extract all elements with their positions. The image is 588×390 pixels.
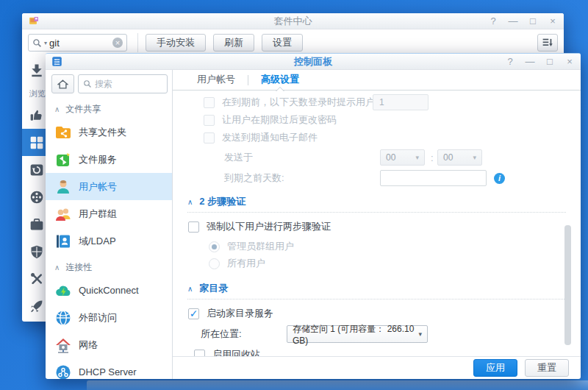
sidebar-item-label: 用户帐号 (79, 180, 117, 194)
minimize-icon[interactable]: — (525, 54, 535, 70)
chevron-down-icon: ▾ (418, 330, 422, 338)
sidebar-item-user-group[interactable]: 用户群组 (46, 200, 172, 227)
user-icon (54, 178, 72, 196)
section-title: 2 步骤验证 (199, 195, 245, 208)
globe-icon (54, 309, 72, 327)
location-value: 存储空间 1 (可用容量： 266.10 GB) (293, 323, 418, 346)
search-input[interactable] (49, 38, 110, 49)
briefcase-icon (29, 217, 44, 232)
all-users-radio[interactable] (209, 258, 220, 269)
package-center-app-icon (28, 15, 40, 27)
maximize-icon[interactable]: □ (528, 13, 538, 29)
sidebar-item-domain-ldap[interactable]: 域/LDAP (46, 227, 172, 255)
help-icon[interactable]: ? (505, 54, 515, 70)
sidebar-item-user-account[interactable]: 用户帐号 (46, 173, 172, 200)
section-connectivity[interactable]: ∧ 连接性 (46, 258, 172, 277)
settings-button[interactable]: 设置 (262, 34, 303, 52)
all-users-label: 所有用户 (227, 257, 265, 270)
sidebar-item-quickconnect[interactable]: QuickConnect (46, 277, 172, 304)
allow-change-label: 让用户在期限过后更改密码 (222, 113, 337, 127)
window-title: 套件中心 (22, 15, 564, 28)
enable-home-service-checkbox[interactable]: ✓ (188, 308, 199, 319)
dhcp-server-icon (54, 364, 72, 380)
download-icon (29, 63, 44, 77)
search-input[interactable] (95, 79, 146, 89)
control-panel-app-icon (51, 56, 62, 67)
section-label: 连接性 (65, 261, 92, 274)
sidebar-item-network[interactable]: 网络 (46, 331, 172, 358)
prompt-expire-days-input[interactable] (373, 94, 429, 110)
scrollbar-thumb[interactable] (564, 225, 571, 345)
collapse-icon: ∧ (54, 263, 60, 272)
section-two-step-verification[interactable]: ∧ 2 步骤验证 (173, 195, 581, 208)
backup-icon (29, 163, 44, 177)
days-before-label: 到期之前天数: (224, 171, 284, 185)
quickconnect-cloud-icon (54, 282, 72, 299)
prompt-expire-checkbox[interactable] (204, 97, 215, 108)
admin-group-label: 管理员群组用户 (227, 240, 294, 253)
search-icon (32, 38, 42, 48)
sidebar-item-label: DHCP Server (79, 366, 137, 377)
section-title: 家目录 (199, 282, 228, 295)
sidebar-item-label: 用户群组 (79, 208, 117, 221)
reset-button[interactable]: 重置 (525, 359, 569, 377)
clear-search-icon[interactable]: × (112, 38, 123, 48)
apply-button[interactable]: 应用 (473, 359, 517, 377)
control-panel-titlebar[interactable]: 控制面板 ? — □ × (46, 54, 581, 70)
sidebar-item-external-access[interactable]: 外部访问 (46, 304, 172, 331)
collapse-icon: ∧ (187, 285, 193, 293)
sidebar-item-label: QuickConnect (79, 285, 139, 296)
refresh-button[interactable]: 刷新 (213, 34, 254, 52)
enable-recycle-bin-label: 启用回收站 (212, 348, 260, 356)
package-center-titlebar[interactable]: 套件中心 ? — □ × (22, 13, 564, 29)
help-icon[interactable]: ? (488, 13, 498, 29)
network-house-icon (54, 336, 72, 354)
tab-advanced-settings[interactable]: 高级设置 (248, 70, 312, 91)
sidebar-item-label: 域/LDAP (79, 235, 116, 248)
package-search-box[interactable]: ▾ × (28, 34, 127, 52)
control-panel-search-box[interactable] (78, 74, 168, 93)
send-minute-dropdown[interactable]: 00 ▾ (437, 149, 482, 166)
rocket-icon (29, 299, 44, 313)
maximize-icon[interactable]: □ (545, 54, 555, 70)
location-label: 所在位置: (201, 327, 242, 341)
section-file-sharing[interactable]: ∧ 文件共享 (46, 99, 172, 118)
info-icon[interactable]: i (494, 173, 505, 184)
allow-change-checkbox[interactable] (204, 115, 215, 126)
home-icon (57, 79, 68, 90)
send-mail-label: 发送到期通知电子邮件 (222, 131, 318, 144)
sidebar-item-dhcp-server[interactable]: DHCP Server (46, 358, 172, 379)
send-hour-dropdown[interactable]: 00 ▾ (380, 149, 425, 166)
send-mail-checkbox[interactable] (204, 132, 215, 143)
home-button[interactable] (51, 74, 74, 93)
tab-user-account[interactable]: 用户帐号 (184, 70, 248, 91)
admin-group-radio[interactable] (209, 241, 220, 252)
search-scope-caret-icon[interactable]: ▾ (44, 40, 47, 46)
control-panel-window: 控制面板 ? — □ × (46, 53, 581, 379)
location-dropdown[interactable]: 存储空间 1 (可用容量： 266.10 GB) ▾ (287, 325, 428, 343)
send-at-label: 发送于 (224, 151, 253, 164)
shield-icon (29, 244, 44, 259)
sort-button[interactable] (537, 34, 558, 52)
enable-recycle-bin-checkbox[interactable] (194, 350, 205, 357)
collapse-icon: ∧ (187, 198, 193, 206)
send-hour-value: 00 (386, 152, 395, 163)
manual-install-button[interactable]: 手动安装 (146, 34, 206, 52)
background-window-edge (87, 380, 588, 390)
section-home-directory[interactable]: ∧ 家目录 (173, 282, 581, 295)
users-group-icon (54, 205, 72, 223)
close-icon[interactable]: × (564, 54, 575, 70)
days-before-input[interactable] (380, 170, 487, 186)
tab-bar: 用户帐号 高级设置 (173, 70, 581, 91)
minimize-icon[interactable]: — (508, 13, 518, 29)
section-divider (187, 212, 566, 213)
enforce-two-step-checkbox[interactable] (188, 221, 199, 233)
send-minute-value: 00 (443, 152, 453, 163)
sidebar-item-shared-folder[interactable]: 共享文件夹 (46, 118, 172, 146)
section-label: 文件共享 (65, 103, 101, 116)
enforce-two-step-label: 强制以下用户进行两步骤验证 (207, 220, 331, 233)
sort-icon (542, 38, 553, 48)
sidebar-item-file-services[interactable]: 文件服务 (46, 146, 172, 173)
window-title: 控制面板 (46, 55, 581, 68)
close-icon[interactable]: × (548, 13, 558, 29)
